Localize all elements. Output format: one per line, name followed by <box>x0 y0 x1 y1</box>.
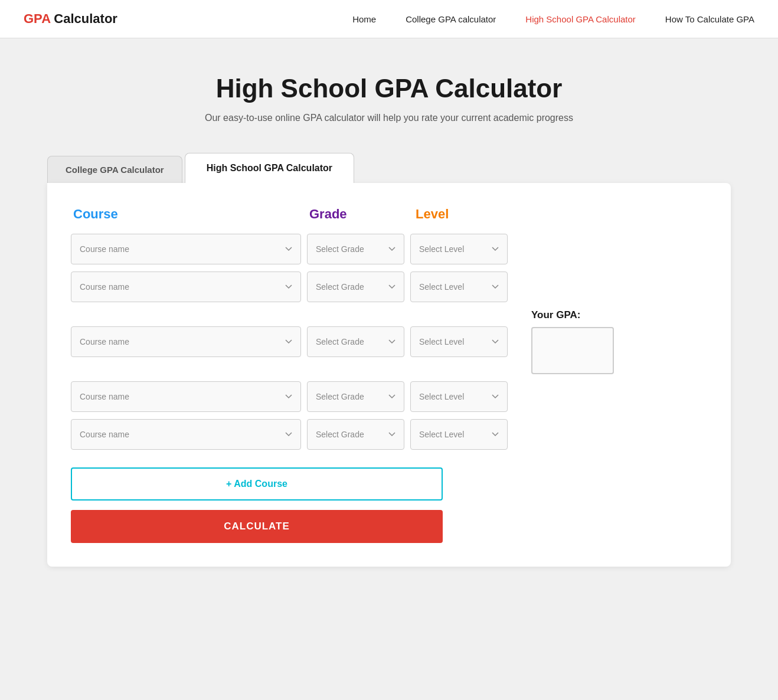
nav: Home College GPA calculator High School … <box>352 14 754 24</box>
level-select-4[interactable]: Select Level <box>410 381 508 412</box>
nav-college-gpa[interactable]: College GPA calculator <box>406 14 496 24</box>
course-select-2[interactable]: Course name <box>71 272 301 302</box>
tab-college-gpa[interactable]: College GPA Calculator <box>47 156 182 183</box>
nav-how-to[interactable]: How To Calculate GPA <box>665 14 754 24</box>
tabs-wrapper: College GPA Calculator High School GPA C… <box>47 153 731 183</box>
tab-highschool-gpa[interactable]: High School GPA Calculator <box>185 153 354 183</box>
gpa-result-box <box>531 327 614 374</box>
grade-select-2[interactable]: Select Grade <box>307 272 404 302</box>
level-select-3[interactable]: Select Level <box>410 326 508 357</box>
main-content: High School GPA Calculator Our easy-to-u… <box>0 38 778 614</box>
level-select-2[interactable]: Select Level <box>410 272 508 302</box>
level-select-5[interactable]: Select Level <box>410 419 508 450</box>
course-select-3[interactable]: Course name <box>71 326 301 357</box>
grade-select-3[interactable]: Select Grade <box>307 326 404 357</box>
page-title: High School GPA Calculator <box>47 74 731 103</box>
buttons-section: + Add Course CALCULATE <box>71 467 707 543</box>
course-select-4[interactable]: Course name <box>71 381 301 412</box>
add-course-button[interactable]: + Add Course <box>71 467 443 501</box>
course-select-1[interactable]: Course name <box>71 234 301 264</box>
grade-select-4[interactable]: Select Grade <box>307 381 404 412</box>
your-gpa-label: Your GPA: <box>531 309 580 321</box>
course-rows: Course name Select Grade Select Level Co… <box>71 234 707 450</box>
table-row: Course name Select Grade Select Level <box>71 326 508 357</box>
col-header-grade: Grade <box>309 207 410 222</box>
table-row: Course name Select Grade Select Level <box>71 381 707 412</box>
gpa-display-area: Your GPA: <box>531 309 614 374</box>
logo: GPA Calculator <box>24 11 117 27</box>
calculator-card: Course Grade Level Course name Select Gr… <box>47 183 731 567</box>
header: GPA Calculator Home College GPA calculat… <box>0 0 778 38</box>
column-headers: Course Grade Level <box>71 207 707 222</box>
logo-gpa: GPA <box>24 11 50 26</box>
col-header-level: Level <box>416 207 516 222</box>
logo-calc: Calculator <box>50 11 117 26</box>
grade-select-5[interactable]: Select Grade <box>307 419 404 450</box>
row-with-gpa: Course name Select Grade Select Level Yo… <box>71 309 707 374</box>
grade-select-1[interactable]: Select Grade <box>307 234 404 264</box>
calculate-button[interactable]: CALCULATE <box>71 510 443 543</box>
course-select-5[interactable]: Course name <box>71 419 301 450</box>
nav-highschool-gpa[interactable]: High School GPA Calculator <box>525 14 635 24</box>
table-row: Course name Select Grade Select Level <box>71 272 707 302</box>
page-subtitle: Our easy-to-use online GPA calculator wi… <box>47 113 731 123</box>
nav-home[interactable]: Home <box>352 14 376 24</box>
level-select-1[interactable]: Select Level <box>410 234 508 264</box>
col-header-course: Course <box>73 207 303 222</box>
table-row: Course name Select Grade Select Level <box>71 419 707 450</box>
table-row: Course name Select Grade Select Level <box>71 234 707 264</box>
